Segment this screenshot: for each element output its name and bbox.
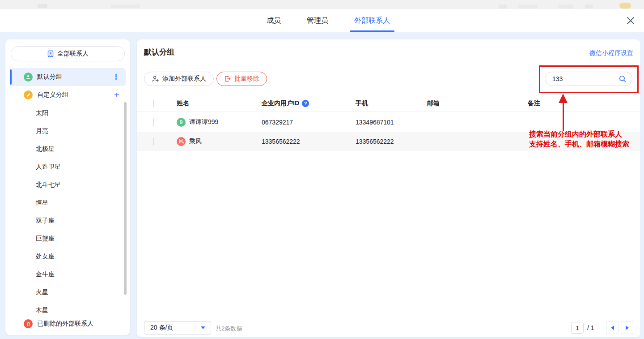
more-options-icon[interactable]: ⋮ <box>113 73 119 81</box>
batch-remove-label: 批量移除 <box>234 75 259 83</box>
chevron-down-icon <box>195 322 211 334</box>
sidebar-item-default-group[interactable]: 默认分组 ⋮ <box>10 68 126 86</box>
sidebar-group-item[interactable]: 北极星 <box>10 140 117 158</box>
current-page-input[interactable]: 1 <box>571 322 584 334</box>
row-checkbox[interactable] <box>153 137 154 146</box>
next-page-button[interactable] <box>621 322 633 334</box>
sidebar-scrollbar[interactable] <box>124 102 127 295</box>
sidebar-group-item[interactable]: 火星 <box>10 283 117 301</box>
page-size-value: 20 条/页 <box>144 324 195 332</box>
sidebar-group-item[interactable]: 处女座 <box>10 247 117 265</box>
dim-shape <box>38 4 47 8</box>
tab-external-contacts[interactable]: 外部联系人 <box>354 9 390 32</box>
main-panel: 默认分组 微信小程序设置 添加外部联系人 批量移除 姓名 企业 <box>137 39 640 337</box>
dim-shape <box>558 4 573 9</box>
dim-shape <box>518 4 538 9</box>
sidebar-item-custom-group[interactable]: 自定义分组 + <box>10 86 126 104</box>
row-checkbox[interactable] <box>153 118 154 126</box>
dimmed-page-strip <box>0 0 644 9</box>
annotation-arrow-icon <box>559 94 568 103</box>
contact-name: 乘风 <box>189 137 202 146</box>
all-contacts-button[interactable]: 全部联系人 <box>11 46 125 61</box>
header-phone: 手机 <box>356 99 427 107</box>
header-email: 邮箱 <box>427 99 528 107</box>
total-pages-label: / 1 <box>587 324 594 331</box>
dim-shape <box>619 3 631 9</box>
avatar: 风 <box>177 137 186 146</box>
annotation-line-2: 支持姓名、手机、邮箱模糊搜索 <box>529 139 629 149</box>
sidebar-group-item[interactable]: 太阳 <box>10 104 117 122</box>
external-contacts-modal: 成员 管理员 外部联系人 全部联系人 默认分组 ⋮ 自定义 <box>0 0 644 339</box>
add-external-contact-button[interactable]: 添加外部联系人 <box>144 72 214 86</box>
active-tab-underline <box>350 30 394 32</box>
tab-members[interactable]: 成员 <box>267 9 281 32</box>
sidebar-group-item[interactable]: 人造卫星 <box>10 158 117 176</box>
default-group-label: 默认分组 <box>37 73 62 81</box>
contact-book-icon <box>47 50 54 57</box>
tab-bar: 成员 管理员 外部联系人 <box>267 9 390 32</box>
total-count-label: 共2条数据 <box>216 325 242 333</box>
selected-indicator-bar <box>10 69 12 85</box>
batch-remove-button[interactable]: 批量移除 <box>216 72 267 86</box>
wechat-miniprogram-settings-link[interactable]: 微信小程序设置 <box>589 49 633 57</box>
deleted-contacts-label: 已删除的外部联系人 <box>37 320 93 328</box>
sidebar-group-item[interactable]: 双子座 <box>10 211 117 229</box>
header-user-id: 企业内用户ID ? <box>262 99 356 107</box>
header-remark: 备注 <box>528 99 640 107</box>
avatar: 9 <box>177 118 186 127</box>
contact-user-id: 067329217 <box>262 119 356 126</box>
select-all-checkbox[interactable] <box>153 99 154 107</box>
sidebar-item-deleted-contacts[interactable]: 已删除的外部联系人 <box>10 315 126 333</box>
close-icon[interactable] <box>625 15 636 26</box>
arrow-right-icon <box>626 326 629 330</box>
search-input[interactable] <box>552 75 619 82</box>
annotation-text: 搜索当前分组内的外部联系人 支持姓名、手机、邮箱模糊搜索 <box>529 129 629 149</box>
sidebar-group-item[interactable]: 北斗七星 <box>10 176 117 193</box>
sidebar-group-item[interactable]: 巨蟹座 <box>10 229 117 247</box>
pencil-icon <box>24 90 33 99</box>
custom-group-label: 自定义分组 <box>37 91 68 99</box>
add-external-contact-label: 添加外部联系人 <box>162 75 206 83</box>
page-title: 默认分组 <box>144 47 174 57</box>
header-name: 姓名 <box>177 99 262 107</box>
sidebar-group-item[interactable]: 恒星 <box>10 193 117 211</box>
dim-shape <box>585 4 593 9</box>
prev-page-button[interactable] <box>606 322 619 334</box>
annotation-arrow-shaft <box>563 102 564 131</box>
add-group-icon[interactable]: + <box>114 90 119 99</box>
tab-admins[interactable]: 管理员 <box>307 9 328 32</box>
divider <box>144 63 633 63</box>
annotation-line-1: 搜索当前分组内的外部联系人 <box>529 129 629 139</box>
dim-shape <box>499 4 507 9</box>
search-icon[interactable] <box>619 75 627 83</box>
person-icon <box>24 73 33 82</box>
dim-shape <box>111 4 140 8</box>
person-add-icon <box>152 75 159 82</box>
sidebar: 全部联系人 默认分组 ⋮ 自定义分组 + 太阳 月亮 北极星 人造卫星 北斗七星… <box>5 39 130 335</box>
arrow-left-icon <box>611 326 614 330</box>
contact-name: 谭谭谭999 <box>189 118 218 126</box>
contact-phone: 13356562222 <box>356 138 427 145</box>
all-contacts-label: 全部联系人 <box>57 50 89 58</box>
table-row[interactable]: 9 谭谭谭999 067329217 13349687101 <box>137 112 640 132</box>
contact-user-id: 13356562222 <box>262 138 356 145</box>
tab-external-contacts-label: 外部联系人 <box>354 17 390 24</box>
sidebar-group-item[interactable]: 月亮 <box>10 122 117 140</box>
trash-icon <box>24 319 33 328</box>
remove-export-icon <box>224 75 231 82</box>
search-box <box>545 72 632 86</box>
modal-header: 成员 管理员 外部联系人 <box>0 9 644 32</box>
help-icon[interactable]: ? <box>302 100 309 107</box>
page-size-select[interactable]: 20 条/页 <box>144 321 211 335</box>
sidebar-group-item[interactable]: 金牛座 <box>10 265 117 283</box>
contact-phone: 13349687101 <box>356 119 427 126</box>
